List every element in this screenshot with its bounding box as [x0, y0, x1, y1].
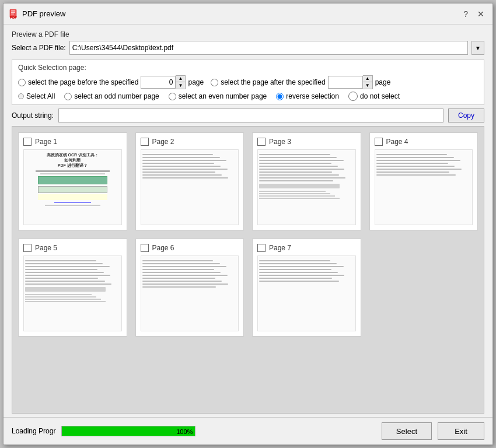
odd-page-radio[interactable] [64, 93, 72, 100]
after-spinner: ▲ ▼ [328, 75, 373, 89]
qs-label: Quick Selection page: [18, 64, 478, 72]
page-preview-3 [257, 149, 356, 225]
after-page-input[interactable] [328, 76, 363, 89]
preview-label: Preview a PDF file [12, 30, 484, 38]
page-header-7: Page 7 [257, 244, 291, 252]
before-spinner-buttons: ▲ ▼ [176, 75, 186, 89]
after-page-down[interactable]: ▼ [363, 82, 372, 89]
title-bar: PDF PDF preview ? ✕ [4, 4, 492, 24]
progress-bar: 100% [61, 426, 195, 436]
output-label: Output string: [12, 111, 54, 120]
odd-page-group: select an odd number page [64, 92, 159, 100]
file-row: Select a PDF file: ▼ [12, 41, 484, 55]
page-checkbox-4[interactable] [375, 138, 383, 146]
loading-label: Loading Progr [12, 427, 55, 435]
before-page-label: select the page before the specified [28, 78, 138, 86]
page-thumb-3[interactable]: Page 3 [252, 132, 361, 230]
after-page-up[interactable]: ▲ [363, 76, 372, 82]
page-checkbox-1[interactable] [23, 138, 32, 146]
exit-button[interactable]: Exit [438, 422, 484, 440]
title-bar-buttons: ? ✕ [461, 8, 487, 20]
page-thumb-1[interactable]: Page 1 高效的在线 OCR 识别工具：如何利用PDF 进行翻译？ [18, 132, 127, 230]
page-label-2: Page 2 [152, 138, 174, 146]
page-header-2: Page 2 [141, 138, 174, 146]
before-page-down[interactable]: ▼ [176, 82, 185, 89]
page-thumb-2[interactable]: Page 2 [135, 132, 244, 230]
even-page-label: select an even number page [179, 92, 267, 100]
pdf-icon: PDF [9, 9, 19, 19]
qs-row1: select the page before the specified ▲ ▼… [18, 75, 478, 89]
before-page-radio[interactable] [18, 79, 26, 86]
page-preview-7 [257, 256, 356, 331]
page-label-5: Page 5 [35, 244, 57, 252]
page-label-3: Page 3 [269, 138, 291, 146]
dialog-title: PDF preview [22, 9, 65, 18]
page-label-4: Page 4 [386, 138, 408, 146]
page-checkbox-3[interactable] [257, 138, 266, 146]
reverse-label: reverse selection [286, 92, 339, 100]
output-input[interactable] [58, 108, 443, 123]
after-page-group: select the page after the specified ▲ ▼ … [211, 75, 390, 89]
svg-rect-2 [11, 12, 15, 13]
page-checkbox-2[interactable] [141, 138, 149, 146]
file-label: Select a PDF file: [12, 44, 66, 52]
even-page-group: select an even number page [169, 92, 267, 100]
file-dropdown-button[interactable]: ▼ [471, 41, 484, 55]
close-button[interactable]: ✕ [475, 8, 487, 20]
svg-rect-1 [11, 10, 15, 12]
help-button[interactable]: ? [461, 8, 470, 20]
page-thumb-5[interactable]: Page 5 [18, 239, 127, 337]
page-header-5: Page 5 [23, 244, 57, 252]
quick-selection-panel: Quick Selection page: select the page be… [12, 60, 484, 105]
page-label-6: Page 6 [152, 244, 174, 252]
select-all-group[interactable]: Select All [18, 92, 55, 100]
page-preview-5 [23, 256, 122, 331]
page-thumb-6[interactable]: Page 6 [135, 239, 244, 337]
qs-row2: Select All select an odd number page sel… [18, 92, 478, 101]
page-preview-4 [375, 149, 473, 225]
output-row: Output string: Copy [12, 108, 484, 123]
no-select-radio[interactable] [348, 92, 358, 101]
odd-page-label: select an odd number page [74, 92, 159, 100]
after-page-radio[interactable] [211, 79, 218, 86]
no-select-group: do not select [348, 92, 400, 101]
after-page-label: select the page after the specified [221, 78, 325, 86]
bottom-bar: Loading Progr 100% Select Exit [4, 417, 492, 444]
page-preview-2 [141, 149, 239, 225]
select-all-label: Select All [26, 92, 55, 100]
svg-text:PDF: PDF [10, 15, 17, 19]
pages-container[interactable]: Page 1 高效的在线 OCR 识别工具：如何利用PDF 进行翻译？ [12, 126, 484, 414]
page-preview-1: 高效的在线 OCR 识别工具：如何利用PDF 进行翻译？ [23, 149, 122, 225]
before-page-up[interactable]: ▲ [176, 76, 185, 82]
before-page-group: select the page before the specified ▲ ▼… [18, 75, 204, 89]
page-thumb-7[interactable]: Page 7 [252, 239, 361, 337]
before-spinner: ▲ ▼ [141, 75, 186, 89]
reverse-group: reverse selection [276, 92, 339, 100]
page-label-7: Page 7 [269, 244, 291, 252]
after-unit-label: page [375, 78, 391, 86]
page-header-4: Page 4 [375, 138, 408, 146]
page-header-1: Page 1 [23, 138, 57, 146]
reverse-radio[interactable] [276, 93, 284, 100]
pdf-preview-dialog: PDF PDF preview ? ✕ Preview a PDF file S… [3, 3, 493, 445]
page-label-1: Page 1 [35, 138, 57, 146]
page-checkbox-5[interactable] [23, 244, 32, 252]
main-content: Preview a PDF file Select a PDF file: ▼ … [4, 24, 492, 417]
title-bar-left: PDF PDF preview [9, 9, 65, 19]
page-preview-6 [141, 256, 239, 331]
page-checkbox-6[interactable] [141, 244, 149, 252]
even-page-radio[interactable] [169, 93, 176, 100]
file-path-input[interactable] [69, 41, 468, 55]
progress-fill [62, 426, 195, 436]
copy-button[interactable]: Copy [448, 108, 484, 123]
no-select-label: do not select [360, 92, 400, 100]
svg-rect-3 [11, 13, 14, 14]
page-checkbox-7[interactable] [257, 244, 266, 252]
page-header-3: Page 3 [257, 138, 291, 146]
select-button[interactable]: Select [382, 422, 432, 440]
before-page-input[interactable] [141, 76, 176, 89]
page-header-6: Page 6 [141, 244, 174, 252]
after-spinner-buttons: ▲ ▼ [363, 75, 373, 89]
select-all-radio-indicator [18, 93, 24, 99]
page-thumb-4[interactable]: Page 4 [369, 132, 478, 230]
